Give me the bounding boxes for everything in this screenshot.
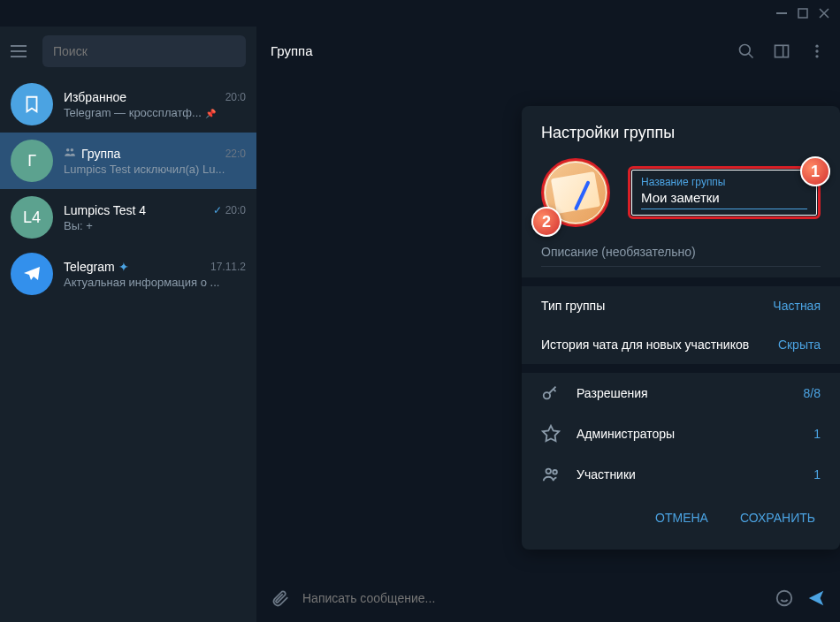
svg-point-4 xyxy=(740,44,751,55)
svg-rect-1 xyxy=(798,9,807,18)
admin-count: 1 xyxy=(813,467,821,482)
svg-point-10 xyxy=(544,392,550,398)
telegram-icon xyxy=(11,253,53,295)
annotation-marker-1: 1 xyxy=(800,156,830,186)
svg-point-11 xyxy=(546,469,552,474)
svg-point-9 xyxy=(777,590,792,605)
minimize-button[interactable] xyxy=(775,6,789,20)
admin-label: Участники xyxy=(577,467,798,482)
chat-name: Группа xyxy=(64,146,120,161)
field-value: Мои заметки xyxy=(641,190,807,205)
chat-item-saved[interactable]: Избранное20:0 Telegram — кроссплатф... 📌 xyxy=(0,76,256,133)
admin-label: Разрешения xyxy=(577,386,788,400)
chat-name: Избранное xyxy=(64,90,126,104)
svg-point-3 xyxy=(71,148,74,152)
group-type-row[interactable]: Тип группы Частная xyxy=(522,286,840,325)
close-button[interactable] xyxy=(817,6,831,20)
check-icon: ✓ xyxy=(213,204,222,216)
chat-item-group[interactable]: Г Группа22:0 Lumpics Test исключил(а) Lu… xyxy=(0,133,256,189)
attach-icon[interactable] xyxy=(271,588,290,608)
avatar: Г xyxy=(11,140,53,182)
more-icon[interactable] xyxy=(808,42,826,60)
people-icon xyxy=(541,465,561,484)
avatar: L4 xyxy=(11,196,53,239)
svg-point-7 xyxy=(815,49,818,52)
chat-preview: Вы: + xyxy=(64,219,246,232)
chat-time: 20:0 xyxy=(225,91,246,103)
bookmark-icon xyxy=(11,83,53,125)
chat-name: Lumpics Test 4 xyxy=(64,203,146,217)
field-label: Название группы xyxy=(641,176,807,188)
chat-time: 17.11.2 xyxy=(210,261,246,273)
page-title[interactable]: Группа xyxy=(271,43,313,58)
modal-title: Настройки группы xyxy=(522,124,840,158)
pin-icon: 📌 xyxy=(205,109,216,118)
setting-label: Тип группы xyxy=(541,299,605,313)
admin-label: Администраторы xyxy=(577,427,798,441)
chat-item-telegram[interactable]: Telegram ✦17.11.2 Актуальная информация … xyxy=(0,246,256,302)
svg-point-12 xyxy=(553,470,557,474)
svg-rect-0 xyxy=(776,12,787,14)
star-icon xyxy=(541,424,561,444)
description-field[interactable]: Описание (необязательно) xyxy=(541,245,821,267)
group-settings-modal: Настройки группы 2 Название группы Мои з… xyxy=(522,106,840,550)
chat-time: ✓ 20:0 xyxy=(213,204,246,216)
people-icon xyxy=(64,146,76,161)
admins-row[interactable]: Администраторы 1 xyxy=(522,413,840,454)
search-icon[interactable] xyxy=(737,42,755,60)
chat-time: 22:0 xyxy=(225,148,246,160)
members-row[interactable]: Участники 1 xyxy=(522,454,840,495)
group-avatar-button[interactable]: 2 xyxy=(541,158,610,227)
setting-value: Частная xyxy=(773,299,821,313)
svg-point-8 xyxy=(815,55,818,57)
emoji-icon[interactable] xyxy=(775,588,794,608)
chat-history-row[interactable]: История чата для новых участников Скрыта xyxy=(522,325,840,364)
menu-button[interactable] xyxy=(11,41,32,62)
save-button[interactable]: СОХРАНИТЬ xyxy=(728,504,828,532)
chat-name: Telegram ✦ xyxy=(64,260,129,274)
setting-label: История чата для новых участников xyxy=(541,338,749,352)
svg-point-2 xyxy=(66,148,70,152)
maximize-button[interactable] xyxy=(796,6,810,20)
admin-count: 8/8 xyxy=(804,386,821,400)
chat-preview: Telegram — кроссплатф... 📌 xyxy=(64,106,246,119)
permissions-row[interactable]: Разрешения 8/8 xyxy=(522,373,840,413)
chat-preview: Lumpics Test исключил(а) Lu... xyxy=(64,163,246,176)
svg-point-6 xyxy=(815,44,818,47)
titlebar xyxy=(0,0,840,27)
svg-rect-5 xyxy=(775,45,789,57)
sidebar: Избранное20:0 Telegram — кроссплатф... 📌… xyxy=(0,27,256,622)
main-area: Группа пу «Группа» umpics Test 2 Настрой… xyxy=(256,27,840,622)
group-name-field[interactable]: Название группы Мои заметки 1 xyxy=(628,166,821,219)
annotation-marker-2: 2 xyxy=(531,207,561,237)
admin-count: 1 xyxy=(813,427,821,441)
send-icon[interactable] xyxy=(806,588,826,608)
chat-item-lumpics4[interactable]: L4 Lumpics Test 4✓ 20:0 Вы: + xyxy=(0,189,256,246)
key-icon xyxy=(541,383,561,403)
sidepanel-icon[interactable] xyxy=(773,42,790,60)
message-input[interactable] xyxy=(302,591,762,605)
chat-preview: Актуальная информация о ... xyxy=(64,276,246,289)
search-input[interactable] xyxy=(42,35,246,67)
cancel-button[interactable]: ОТМЕНА xyxy=(643,504,721,532)
setting-value: Скрыта xyxy=(778,338,821,352)
verified-icon: ✦ xyxy=(118,260,129,274)
